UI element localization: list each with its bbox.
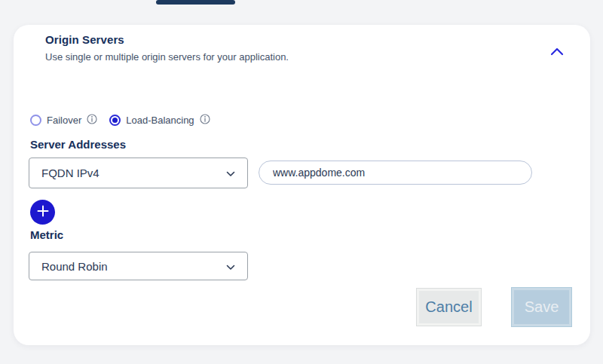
failover-info-button[interactable] — [87, 114, 97, 127]
radio-button-selected[interactable] — [109, 115, 121, 126]
add-server-button[interactable] — [30, 200, 55, 225]
metric-label: Metric — [30, 228, 63, 241]
balancing-mode-radio-group: Failover Load-Balancing — [30, 114, 210, 127]
server-addresses-label: Server Addresses — [30, 138, 126, 151]
collapse-panel-button[interactable] — [543, 38, 571, 66]
server-address-input[interactable] — [259, 161, 532, 185]
address-type-selected-value: FQDN IPv4 — [41, 167, 99, 179]
radio-label[interactable]: Load-Balancing — [126, 115, 194, 126]
panel-subtitle: Use single or multiple origin servers fo… — [45, 51, 289, 63]
info-icon — [87, 114, 97, 127]
load-balancing-info-button[interactable] — [200, 114, 210, 127]
address-type-select[interactable]: FQDN IPv4 — [29, 158, 248, 188]
plus-icon — [37, 205, 49, 219]
metric-selected-value: Round Robin — [41, 260, 108, 273]
chevron-up-icon — [550, 47, 564, 58]
radio-label[interactable]: Failover — [47, 115, 81, 126]
cancel-button[interactable]: Cancel — [416, 288, 482, 326]
panel-title: Origin Servers — [45, 33, 124, 46]
metric-select[interactable]: Round Robin — [29, 252, 248, 280]
chevron-down-icon — [226, 167, 235, 179]
save-button[interactable]: Save — [511, 287, 572, 327]
chevron-down-icon — [226, 260, 235, 273]
radio-option-load-balancing[interactable]: Load-Balancing — [109, 114, 210, 127]
active-tab-underline — [156, 0, 235, 5]
radio-option-failover[interactable]: Failover — [30, 114, 97, 127]
info-icon — [200, 114, 210, 127]
origin-servers-panel: Origin Servers Use single or multiple or… — [14, 25, 590, 345]
radio-button-unselected[interactable] — [30, 115, 41, 126]
